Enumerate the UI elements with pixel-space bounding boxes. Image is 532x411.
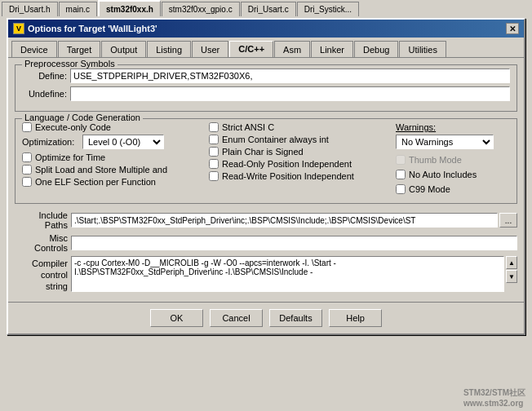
dialog-tab-bar: Device Target Output Listing User C/C++ … — [8, 38, 524, 57]
optimize-time-row: Optimize for Time — [22, 152, 202, 162]
tab-utilities[interactable]: Utilities — [399, 41, 446, 57]
warnings-section: Warnings: No Warnings All Warnings Unspe… — [396, 122, 510, 197]
tab-asm[interactable]: Asm — [274, 41, 310, 57]
plain-char-label: Plain Char is Signed — [222, 147, 304, 157]
read-write-pos-check[interactable] — [209, 171, 219, 181]
read-only-pos-check[interactable] — [209, 159, 219, 169]
thumb-mode-check[interactable] — [396, 155, 406, 165]
ok-button[interactable]: OK — [150, 309, 203, 327]
compiler-control-textarea[interactable]: -c -cpu Cortex-M0 -D__MICROLIB -g -W -O0… — [71, 256, 504, 292]
tab-listing[interactable]: Listing — [147, 41, 191, 57]
execute-only-row: Execute-only Code — [22, 122, 202, 132]
tab-dri-usart-c[interactable]: Dri_Usart.c — [241, 2, 296, 16]
lang-col-left: Execute-only Code Optimization: Level 0 … — [22, 122, 202, 197]
tab-debug[interactable]: Debug — [354, 41, 398, 57]
defaults-button[interactable]: Defaults — [269, 309, 322, 327]
include-paths-row: IncludePaths ... — [15, 210, 517, 230]
lang-col-mid: Strict ANSI C Enum Container always int … — [209, 122, 389, 197]
tab-user[interactable]: User — [192, 41, 228, 57]
dialog-title: Options for Target 'WallLight3' — [28, 24, 157, 33]
tab-device[interactable]: Device — [11, 41, 57, 57]
tab-dri-systick[interactable]: Dri_Systick... — [297, 2, 359, 16]
tab-stm32f0xx-gpio-c[interactable]: stm32f0xx_gpio.c — [162, 2, 240, 16]
misc-controls-wrap — [71, 236, 517, 250]
enum-container-label: Enum Container always int — [222, 135, 329, 144]
include-paths-input[interactable] — [71, 213, 498, 228]
no-auto-includes-label: No Auto Includes — [409, 170, 477, 179]
top-tab-bar: Dri_Usart.h main.c stm32f0xx.h stm32f0xx… — [0, 0, 532, 16]
options-dialog: V Options for Target 'WallLight3' ✕ Devi… — [7, 18, 525, 335]
optimization-label: Optimization: — [22, 137, 79, 147]
include-paths-wrap: ... — [71, 213, 517, 228]
undefine-input[interactable] — [70, 86, 510, 101]
misc-controls-label: MiscControls — [15, 233, 68, 253]
undefine-label: Undefine: — [22, 89, 67, 99]
tab-cpp[interactable]: C/C++ — [229, 41, 273, 57]
define-label: Define: — [22, 71, 67, 81]
no-auto-includes-row: No Auto Includes — [396, 170, 510, 179]
title-bar-left: V Options for Target 'WallLight3' — [13, 23, 157, 34]
preprocessor-group-label: Preprocessor Symbols — [22, 59, 117, 68]
misc-controls-row: MiscControls — [15, 233, 517, 253]
plain-char-row: Plain Char is Signed — [209, 147, 389, 157]
thumb-mode-row: Thumb Mode — [396, 155, 510, 165]
tab-target[interactable]: Target — [58, 41, 101, 57]
execute-only-check[interactable] — [22, 122, 32, 132]
split-load-label: Split Load and Store Multiple and — [35, 165, 167, 175]
help-button[interactable]: Help — [329, 309, 382, 327]
c99-mode-label: C99 Mode — [409, 184, 450, 194]
cancel-button[interactable]: Cancel — [210, 309, 263, 327]
execute-only-label: Execute-only Code — [35, 122, 111, 132]
compiler-control-row: Compilercontrolstring -c -cpu Cortex-M0 … — [15, 256, 517, 292]
one-elf-row: One ELF Section per Function — [22, 177, 202, 187]
enum-container-check[interactable] — [209, 135, 219, 144]
dialog-icon: V — [13, 23, 24, 34]
lang-col-right: Warnings: No Warnings All Warnings Unspe… — [396, 122, 510, 197]
tab-output[interactable]: Output — [101, 41, 146, 57]
warnings-title: Warnings: — [396, 122, 510, 132]
tab-stm32f0xx-h[interactable]: stm32f0xx.h — [98, 0, 161, 16]
tab-main-c[interactable]: main.c — [59, 2, 97, 16]
optimize-time-label: Optimize for Time — [35, 152, 105, 162]
title-bar: V Options for Target 'WallLight3' ✕ — [8, 20, 524, 38]
one-elf-label: One ELF Section per Function — [35, 177, 156, 187]
thumb-mode-label: Thumb Mode — [409, 155, 462, 165]
no-auto-includes-check[interactable] — [396, 170, 406, 179]
language-group-label: Language / Code Generation — [22, 113, 143, 122]
scroll-up-btn[interactable]: ▲ — [506, 256, 517, 269]
tab-dri-usart-h[interactable]: Dri_Usart.h — [2, 2, 58, 16]
bottom-button-bar: OK Cancel Defaults Help — [8, 302, 524, 334]
split-load-row: Split Load and Store Multiple and — [22, 165, 202, 175]
optimization-row: Optimization: Level 0 (-O0) Level 1 (-O1… — [22, 135, 202, 149]
read-write-pos-row: Read-Write Position Independent — [209, 171, 389, 181]
close-button[interactable]: ✕ — [506, 23, 519, 34]
compiler-control-wrap: -c -cpu Cortex-M0 -D__MICROLIB -g -W -O0… — [71, 256, 517, 292]
compiler-control-label: Compilercontrolstring — [15, 256, 68, 292]
scroll-down-btn[interactable]: ▼ — [506, 270, 517, 283]
optimization-select[interactable]: Level 0 (-O0) Level 1 (-O1) Level 2 (-O2… — [82, 135, 164, 149]
dialog-content: Preprocessor Symbols Define: Undefine: L… — [8, 57, 524, 302]
read-only-pos-row: Read-Only Position Independent — [209, 159, 389, 169]
language-group: Language / Code Generation Execute-only … — [15, 118, 517, 204]
warnings-select[interactable]: No Warnings All Warnings Unspecified — [396, 135, 494, 149]
watermark: STM32/STM社区 www.stm32.org — [463, 387, 525, 408]
read-write-pos-label: Read-Write Position Independent — [222, 171, 354, 181]
optimize-time-check[interactable] — [22, 152, 32, 162]
include-paths-browse-btn[interactable]: ... — [499, 213, 517, 228]
language-columns: Execute-only Code Optimization: Level 0 … — [22, 122, 510, 197]
misc-controls-input[interactable] — [71, 236, 517, 250]
compiler-scroll-btns: ▲ ▼ — [506, 256, 517, 292]
enum-container-row: Enum Container always int — [209, 135, 389, 144]
define-input[interactable] — [70, 68, 510, 83]
undefine-row: Undefine: — [22, 86, 510, 101]
c99-mode-check[interactable] — [396, 184, 406, 194]
split-load-check[interactable] — [22, 165, 32, 175]
read-only-pos-label: Read-Only Position Independent — [222, 159, 352, 169]
strict-ansi-check[interactable] — [209, 122, 219, 132]
tab-linker[interactable]: Linker — [311, 41, 353, 57]
strict-ansi-row: Strict ANSI C — [209, 122, 389, 132]
one-elf-check[interactable] — [22, 177, 32, 187]
plain-char-check[interactable] — [209, 147, 219, 157]
strict-ansi-label: Strict ANSI C — [222, 122, 274, 132]
c99-mode-row: C99 Mode — [396, 184, 510, 194]
